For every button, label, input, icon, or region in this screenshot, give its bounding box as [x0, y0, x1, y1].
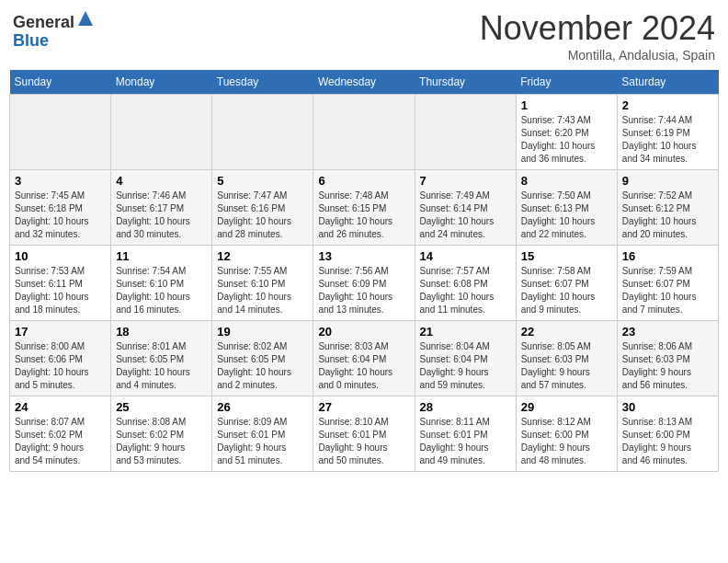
calendar-cell: 6Sunrise: 7:48 AMSunset: 6:15 PMDaylight…: [313, 170, 415, 246]
day-info: Sunrise: 7:58 AMSunset: 6:07 PMDaylight:…: [521, 265, 612, 316]
calendar-cell: [10, 95, 111, 170]
day-info: Sunrise: 8:08 AMSunset: 6:02 PMDaylight:…: [116, 416, 207, 467]
calendar-cell: 5Sunrise: 7:47 AMSunset: 6:16 PMDaylight…: [212, 170, 313, 246]
calendar-cell: [212, 95, 313, 170]
week-row-4: 17Sunrise: 8:00 AMSunset: 6:06 PMDayligh…: [10, 321, 719, 396]
calendar-cell: 23Sunrise: 8:06 AMSunset: 6:03 PMDayligh…: [617, 321, 718, 396]
calendar-cell: 25Sunrise: 8:08 AMSunset: 6:02 PMDayligh…: [111, 396, 212, 472]
logo-general: General: [13, 13, 74, 31]
calendar-cell: 30Sunrise: 8:13 AMSunset: 6:00 PMDayligh…: [617, 396, 718, 472]
day-number: 7: [420, 174, 511, 188]
day-number: 13: [318, 249, 409, 263]
day-number: 17: [15, 325, 106, 339]
day-info: Sunrise: 7:43 AMSunset: 6:20 PMDaylight:…: [521, 114, 612, 166]
day-info: Sunrise: 7:46 AMSunset: 6:17 PMDaylight:…: [116, 190, 207, 241]
calendar-table: SundayMondayTuesdayWednesdayThursdayFrid…: [9, 70, 719, 472]
day-number: 27: [318, 400, 409, 414]
weekday-header-wednesday: Wednesday: [313, 70, 415, 95]
calendar-cell: [313, 95, 415, 170]
day-number: 28: [420, 400, 511, 414]
day-info: Sunrise: 7:54 AMSunset: 6:10 PMDaylight:…: [116, 265, 207, 316]
logo-icon: [76, 9, 95, 28]
calendar-cell: 21Sunrise: 8:04 AMSunset: 6:04 PMDayligh…: [415, 321, 516, 396]
page-header: General Blue November 2024 Montilla, And…: [9, 9, 719, 63]
weekday-header-monday: Monday: [111, 70, 212, 95]
day-number: 5: [217, 174, 308, 188]
month-title: November 2024: [480, 9, 715, 48]
day-info: Sunrise: 8:07 AMSunset: 6:02 PMDaylight:…: [15, 416, 106, 467]
calendar-cell: [111, 95, 212, 170]
day-number: 15: [521, 249, 612, 263]
day-info: Sunrise: 7:44 AMSunset: 6:19 PMDaylight:…: [622, 114, 713, 166]
day-number: 10: [15, 249, 106, 263]
calendar-cell: 28Sunrise: 8:11 AMSunset: 6:01 PMDayligh…: [415, 396, 516, 472]
day-info: Sunrise: 8:10 AMSunset: 6:01 PMDaylight:…: [318, 416, 409, 467]
calendar-cell: 8Sunrise: 7:50 AMSunset: 6:13 PMDaylight…: [516, 170, 617, 246]
day-number: 8: [521, 174, 612, 188]
weekday-header-thursday: Thursday: [415, 70, 516, 95]
calendar-cell: 9Sunrise: 7:52 AMSunset: 6:12 PMDaylight…: [617, 170, 718, 246]
day-number: 16: [622, 249, 713, 263]
weekday-header-tuesday: Tuesday: [212, 70, 313, 95]
day-info: Sunrise: 8:12 AMSunset: 6:00 PMDaylight:…: [521, 416, 612, 467]
day-number: 30: [622, 400, 713, 414]
weekday-header-saturday: Saturday: [617, 70, 718, 95]
day-info: Sunrise: 8:05 AMSunset: 6:03 PMDaylight:…: [521, 340, 612, 392]
calendar-cell: 3Sunrise: 7:45 AMSunset: 6:18 PMDaylight…: [10, 170, 111, 246]
day-info: Sunrise: 8:09 AMSunset: 6:01 PMDaylight:…: [217, 416, 308, 467]
day-info: Sunrise: 7:45 AMSunset: 6:18 PMDaylight:…: [15, 190, 106, 241]
day-info: Sunrise: 8:03 AMSunset: 6:04 PMDaylight:…: [318, 340, 409, 392]
calendar-cell: 12Sunrise: 7:55 AMSunset: 6:10 PMDayligh…: [212, 246, 313, 321]
calendar-cell: [415, 95, 516, 170]
calendar-cell: 18Sunrise: 8:01 AMSunset: 6:05 PMDayligh…: [111, 321, 212, 396]
day-number: 22: [521, 325, 612, 339]
day-number: 4: [116, 174, 207, 188]
weekday-header-row: SundayMondayTuesdayWednesdayThursdayFrid…: [10, 70, 719, 95]
day-info: Sunrise: 7:53 AMSunset: 6:11 PMDaylight:…: [15, 265, 106, 316]
day-number: 1: [521, 98, 612, 112]
day-info: Sunrise: 7:52 AMSunset: 6:12 PMDaylight:…: [622, 190, 713, 241]
calendar-cell: 27Sunrise: 8:10 AMSunset: 6:01 PMDayligh…: [313, 396, 415, 472]
day-number: 21: [420, 325, 511, 339]
day-number: 6: [318, 174, 409, 188]
day-number: 18: [116, 325, 207, 339]
day-number: 24: [15, 400, 106, 414]
day-number: 14: [420, 249, 511, 263]
day-info: Sunrise: 8:06 AMSunset: 6:03 PMDaylight:…: [622, 340, 713, 392]
day-info: Sunrise: 7:59 AMSunset: 6:07 PMDaylight:…: [622, 265, 713, 316]
day-info: Sunrise: 7:48 AMSunset: 6:15 PMDaylight:…: [318, 190, 409, 241]
calendar-cell: 29Sunrise: 8:12 AMSunset: 6:00 PMDayligh…: [516, 396, 617, 472]
calendar-cell: 14Sunrise: 7:57 AMSunset: 6:08 PMDayligh…: [415, 246, 516, 321]
day-number: 12: [217, 249, 308, 263]
day-number: 25: [116, 400, 207, 414]
logo-blue: Blue: [13, 31, 49, 50]
day-info: Sunrise: 7:57 AMSunset: 6:08 PMDaylight:…: [420, 265, 511, 316]
day-info: Sunrise: 7:50 AMSunset: 6:13 PMDaylight:…: [521, 190, 612, 241]
day-number: 3: [15, 174, 106, 188]
day-info: Sunrise: 7:56 AMSunset: 6:09 PMDaylight:…: [318, 265, 409, 316]
day-number: 19: [217, 325, 308, 339]
day-number: 29: [521, 400, 612, 414]
calendar-cell: 20Sunrise: 8:03 AMSunset: 6:04 PMDayligh…: [313, 321, 415, 396]
location: Montilla, Andalusia, Spain: [480, 48, 715, 63]
day-number: 2: [622, 98, 713, 112]
title-block: November 2024 Montilla, Andalusia, Spain: [480, 9, 715, 63]
day-info: Sunrise: 7:49 AMSunset: 6:14 PMDaylight:…: [420, 190, 511, 241]
day-info: Sunrise: 8:00 AMSunset: 6:06 PMDaylight:…: [15, 340, 106, 392]
day-number: 20: [318, 325, 409, 339]
calendar-cell: 7Sunrise: 7:49 AMSunset: 6:14 PMDaylight…: [415, 170, 516, 246]
svg-marker-0: [78, 11, 93, 26]
week-row-2: 3Sunrise: 7:45 AMSunset: 6:18 PMDaylight…: [10, 170, 719, 246]
weekday-header-friday: Friday: [516, 70, 617, 95]
calendar-cell: 15Sunrise: 7:58 AMSunset: 6:07 PMDayligh…: [516, 246, 617, 321]
week-row-5: 24Sunrise: 8:07 AMSunset: 6:02 PMDayligh…: [10, 396, 719, 472]
calendar-cell: 17Sunrise: 8:00 AMSunset: 6:06 PMDayligh…: [10, 321, 111, 396]
day-number: 23: [622, 325, 713, 339]
calendar-cell: 2Sunrise: 7:44 AMSunset: 6:19 PMDaylight…: [617, 95, 718, 170]
day-info: Sunrise: 7:47 AMSunset: 6:16 PMDaylight:…: [217, 190, 308, 241]
calendar-cell: 11Sunrise: 7:54 AMSunset: 6:10 PMDayligh…: [111, 246, 212, 321]
week-row-3: 10Sunrise: 7:53 AMSunset: 6:11 PMDayligh…: [10, 246, 719, 321]
day-number: 26: [217, 400, 308, 414]
weekday-header-sunday: Sunday: [10, 70, 111, 95]
calendar-cell: 1Sunrise: 7:43 AMSunset: 6:20 PMDaylight…: [516, 95, 617, 170]
